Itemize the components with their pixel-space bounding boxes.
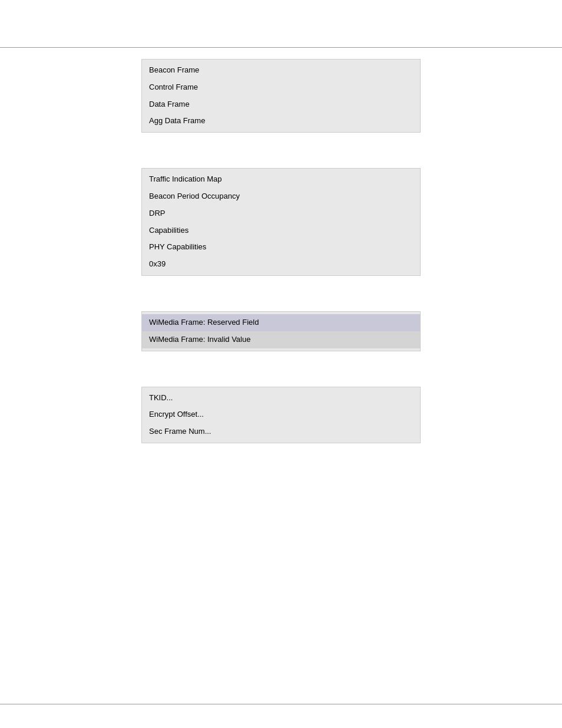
list-item[interactable]: DRP: [142, 205, 420, 222]
frame-type-list: Beacon Frame Control Frame Data Frame Ag…: [141, 59, 421, 133]
security-list: TKID... Encrypt Offset... Sec Frame Num.…: [141, 387, 421, 443]
list-item[interactable]: 0x39: [142, 256, 420, 273]
list-item[interactable]: Beacon Period Occupancy: [142, 188, 420, 205]
list-item[interactable]: Traffic Indication Map: [142, 171, 420, 188]
top-border: [0, 47, 562, 48]
list-item[interactable]: Capabilities: [142, 222, 420, 239]
list-item[interactable]: PHY Capabilities: [142, 239, 420, 256]
list-item[interactable]: TKID...: [142, 390, 420, 407]
list-item[interactable]: WiMedia Frame: Reserved Field: [142, 314, 420, 331]
list-item[interactable]: WiMedia Frame: Invalid Value: [142, 331, 420, 348]
list-item[interactable]: Sec Frame Num...: [142, 423, 420, 440]
bottom-border: [0, 704, 562, 704]
list-item[interactable]: Data Frame: [142, 96, 420, 113]
list-item[interactable]: Agg Data Frame: [142, 113, 420, 130]
wimedia-list: WiMedia Frame: Reserved Field WiMedia Fr…: [141, 311, 421, 351]
list-item[interactable]: Control Frame: [142, 79, 420, 96]
list-item[interactable]: Encrypt Offset...: [142, 406, 420, 423]
beacon-info-list: Traffic Indication Map Beacon Period Occ…: [141, 168, 421, 276]
content-area: Beacon Frame Control Frame Data Frame Ag…: [141, 59, 421, 479]
list-item[interactable]: Beacon Frame: [142, 62, 420, 79]
